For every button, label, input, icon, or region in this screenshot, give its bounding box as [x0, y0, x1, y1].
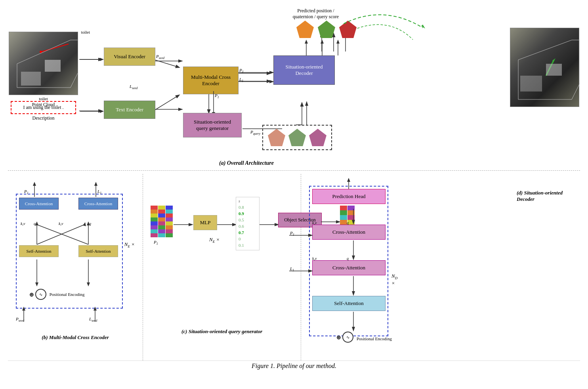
visual-encoder-label: Visual Encoder: [114, 53, 145, 59]
svg-marker-74: [347, 178, 350, 182]
arrow-te-mm: [155, 105, 187, 123]
svg-marker-58: [35, 282, 38, 286]
text-encoder-box: Text Encoder: [104, 101, 155, 119]
q-bot-d-label: q: [347, 256, 349, 261]
svg-marker-64: [94, 307, 97, 311]
arrow-p1-left: P1: [30, 182, 40, 199]
arrow-feat-mlp: [174, 221, 193, 230]
kv-top-d-label: k,v: [312, 221, 317, 225]
arrow-sa-posenc: [349, 312, 359, 333]
cross-attn-top-d: Cross-Attention: [312, 225, 386, 240]
svg-marker-84: [352, 291, 355, 296]
visual-encoder-box: Visual Encoder: [104, 48, 155, 66]
situation-query-label: Situation-oriented query generator: [194, 119, 231, 131]
cross-attn-top-label: Cross-Attention: [332, 229, 365, 235]
pentagon-sage: [288, 129, 306, 146]
arrow-l1-right: L1: [91, 182, 101, 199]
score-06: 0.6: [239, 224, 244, 229]
score-00: 0: [239, 236, 241, 241]
arrow-scores-os: [260, 221, 279, 230]
pentagon-orange: [296, 21, 314, 38]
feature-stacks-p1: [151, 206, 173, 237]
arrow-mlp-scores: [217, 221, 237, 230]
p1-kv-arrow: P1: [289, 231, 313, 241]
svg-marker-66: [189, 223, 193, 226]
panel-c-inner: P1 MLP s 0.8 0.9: [151, 186, 293, 297]
description-label: Description: [11, 115, 76, 121]
pentagon-mauve: [309, 129, 326, 146]
svg-marker-37: [321, 40, 324, 44]
panel-c-title: (c) Situation-oriented query generator: [149, 328, 294, 335]
svg-marker-47: [33, 182, 36, 186]
arrow-desc-te: [80, 108, 104, 114]
right-scene-image: [510, 28, 579, 107]
svg-rect-15: [45, 60, 61, 72]
pentagon-peach: [268, 129, 285, 146]
svg-marker-20: [100, 110, 104, 113]
svg-marker-33: [305, 101, 308, 106]
svg-marker-76: [352, 220, 355, 225]
ne-label: NE ×: [124, 241, 135, 248]
figure-caption-text: Figure 1. Pipeline of our method.: [252, 362, 336, 369]
cross-attn-bot-d: Cross-Attention: [312, 260, 386, 275]
pos-enc-area: ⊕ ∿ Positional Encoding: [30, 289, 85, 300]
svg-marker-22: [178, 59, 183, 63]
svg-marker-24: [178, 108, 183, 111]
pos-enc-d: ⊕ ∿: [337, 332, 353, 343]
self-attn-left: Self-Attention: [19, 245, 59, 257]
arrow-ve-mm: Pseed: [155, 55, 187, 72]
main-container: toilet toilet Point Cloud I am using the…: [0, 0, 588, 389]
svg-marker-80: [352, 256, 355, 260]
q-top-d-label: q: [347, 221, 349, 225]
ne-label-c: NE ×: [209, 236, 220, 244]
l-seed-label: Lseed: [130, 84, 137, 90]
mlp-box: MLP: [193, 215, 217, 230]
situation-decoder-label: Situation-oriented Decoder: [286, 64, 323, 76]
cross-attn-left: Cross-Attention: [19, 198, 59, 210]
svg-marker-49: [94, 182, 97, 186]
multimodal-encoder-box: Multi-Modal Cross Encoder: [183, 67, 239, 94]
point-cloud-area: toilet toilet Point Cloud: [9, 32, 78, 108]
figure-caption: Figure 1. Pipeline of our method.: [8, 360, 580, 371]
prediction-head-label: Prediction Head: [332, 193, 365, 199]
self-attn-right: Self-Attention: [78, 245, 118, 257]
panel-b-inner: P1 L1 Cross-Attention Cross-Attention k,…: [12, 178, 135, 336]
svg-marker-60: [87, 282, 90, 286]
score-display: s 0.8 0.9 0.5 0.6 0.7 0 0.1: [236, 197, 260, 250]
panel-d: Prediction Head Cross-Attention P1: [301, 174, 580, 360]
svg-rect-45: [520, 76, 542, 92]
cross-attn-bot-label: Cross-Attention: [332, 265, 365, 271]
green-dashed-arrow: [344, 8, 447, 57]
svg-marker-53: [83, 222, 86, 226]
svg-marker-62: [22, 307, 25, 311]
cross-attn-right: Cross-Attention: [78, 198, 118, 210]
description-area: I am using the toilet . Description: [11, 101, 76, 121]
arrow-mm-sd-l1: L1: [239, 78, 274, 92]
text-encoder-label: Text Encoder: [116, 107, 143, 113]
score-05: 0.5: [239, 217, 244, 222]
arrow-ca-bot-sa: [349, 276, 359, 297]
pos-enc-d-label: Positional Encoding: [357, 336, 392, 341]
svg-marker-82: [308, 269, 313, 273]
situation-query-box: Situation-oriented query generator: [183, 113, 242, 137]
nd-label: ND×: [391, 273, 397, 286]
score-07: 0.7: [239, 230, 244, 235]
multimodal-encoder-label: Multi-Modal Cross Encoder: [191, 74, 231, 86]
arrows-sa-down: [19, 259, 118, 293]
svg-rect-44: [546, 64, 562, 76]
kv-bot-d-label: k,v: [312, 256, 317, 261]
arrows-seeds: [21, 307, 108, 324]
score-08: 0.8: [239, 205, 244, 210]
svg-marker-35: [305, 40, 308, 44]
toilet-text-label: toilet: [81, 30, 90, 34]
arrow-ph-out: [344, 178, 354, 191]
svg-marker-39: [336, 40, 340, 44]
arch-caption: (a) Overall Architecture: [128, 159, 365, 166]
bottom-section: P1 L1 Cross-Attention Cross-Attention k,…: [8, 170, 580, 360]
toilet-label: toilet: [9, 96, 78, 101]
l1-kv-arrow: L1: [289, 267, 313, 276]
query-pentagons-box: [262, 125, 332, 150]
self-attn-d: Self-Attention: [312, 296, 386, 311]
panel-d-title: (d) Situation-oriented Decoder: [517, 190, 576, 202]
score-09: 0.9: [239, 211, 244, 216]
